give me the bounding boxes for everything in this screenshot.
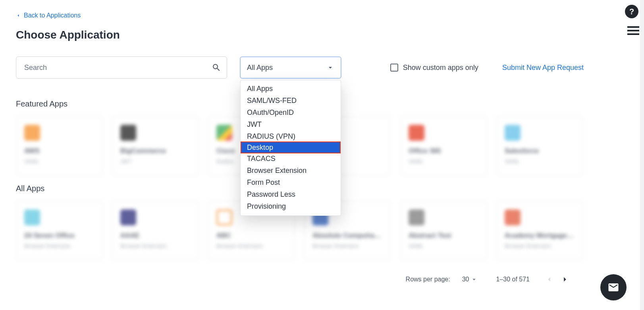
- question-icon: ?: [629, 7, 634, 16]
- page-scrollbar[interactable]: [640, 0, 644, 310]
- app-card-title: AAAE: [120, 232, 190, 240]
- app-icon: [216, 209, 232, 225]
- filter-option[interactable]: Password Less: [241, 188, 341, 200]
- pagination-bar: Rows per page: 30 1–30 of 571: [16, 275, 584, 284]
- filter-option[interactable]: TACACS: [241, 153, 341, 165]
- app-card-subtitle: Browser Extension: [24, 243, 94, 249]
- app-card-title: Salesforce: [505, 147, 575, 155]
- app-icon: [24, 209, 40, 225]
- app-icon: [120, 125, 136, 141]
- app-card-subtitle: JWT: [120, 158, 190, 165]
- filter-option[interactable]: All Apps: [241, 83, 341, 95]
- filter-option[interactable]: Form Post: [241, 176, 341, 188]
- app-card-title: Abstract Text: [409, 232, 478, 240]
- filter-option[interactable]: OAuth/OpenID: [241, 107, 341, 118]
- show-custom-apps-checkbox[interactable]: Show custom apps only: [390, 64, 478, 72]
- mail-icon: [607, 281, 619, 293]
- chevron-right-icon: [561, 275, 569, 284]
- chevron-down-icon: [326, 64, 334, 72]
- next-page-button[interactable]: [561, 275, 569, 284]
- app-card-subtitle: Browser Extension: [120, 243, 190, 249]
- app-card[interactable]: SalesforceSAML: [496, 116, 583, 175]
- app-icon: [505, 209, 521, 225]
- app-card[interactable]: Academy Mortgage C…Browser Extension: [496, 201, 583, 260]
- submit-new-app-request-link[interactable]: Submit New App Request: [502, 64, 584, 72]
- back-link-label: Back to Applications: [24, 12, 81, 19]
- app-card[interactable]: AWSSAML: [16, 116, 102, 175]
- app-card-subtitle: SAML: [24, 158, 94, 165]
- app-card-title: Office 365: [409, 147, 478, 155]
- app-icon: [409, 209, 424, 225]
- filter-option[interactable]: Provisioning: [241, 200, 341, 212]
- app-card-title: Absolute Compuhance: [312, 232, 382, 240]
- app-card-title: 24 Seven Office: [24, 232, 94, 240]
- app-type-filter-select[interactable]: All Apps All AppsSAML/WS-FEDOAuth/OpenID…: [240, 56, 341, 79]
- app-card-subtitle: Browser Extension: [216, 243, 286, 249]
- rows-per-page-label: Rows per page:: [406, 276, 450, 283]
- caret-down-icon: [470, 276, 478, 283]
- app-card[interactable]: 24 Seven OfficeBrowser Extension: [16, 201, 102, 260]
- prev-page-button[interactable]: [545, 275, 553, 284]
- filter-option[interactable]: Browser Extension: [241, 165, 341, 176]
- app-card[interactable]: Abstract TextSAML: [400, 201, 487, 260]
- app-card-title: Academy Mortgage C…: [505, 232, 575, 240]
- chevron-left-icon: [545, 275, 553, 284]
- filter-selected-label: All Apps: [247, 64, 273, 72]
- pagination-range-label: 1–30 of 571: [496, 276, 530, 283]
- filter-option[interactable]: RADIUS (VPN): [241, 130, 341, 142]
- app-icon: [409, 125, 424, 141]
- rows-per-page-select[interactable]: 30: [462, 276, 478, 283]
- app-card-title: ABC: [216, 232, 286, 240]
- search-input-wrapper[interactable]: [16, 56, 227, 79]
- app-card-subtitle: SAML: [409, 158, 478, 165]
- search-input[interactable]: [24, 64, 212, 72]
- app-card-title: BigCommerce: [120, 147, 190, 155]
- help-button[interactable]: ?: [625, 5, 638, 18]
- app-card-subtitle: SAML: [409, 243, 478, 249]
- app-icon: [120, 209, 136, 225]
- app-card-subtitle: Browser Extension: [505, 243, 575, 249]
- app-card-subtitle: Browser Extension: [312, 243, 382, 249]
- app-icon: [505, 125, 521, 141]
- back-to-applications-link[interactable]: Back to Applications: [16, 12, 81, 19]
- checkbox-box-icon: [390, 64, 398, 72]
- app-card[interactable]: BigCommerceJWT: [112, 116, 199, 175]
- search-icon: [212, 63, 221, 72]
- app-card[interactable]: AAAEBrowser Extension: [112, 201, 199, 260]
- custom-apps-label: Show custom apps only: [403, 64, 478, 72]
- chevron-left-icon: [16, 13, 21, 18]
- app-card[interactable]: Office 365SAML: [400, 116, 487, 175]
- rows-per-page-value: 30: [462, 276, 469, 283]
- filter-option[interactable]: Desktop: [241, 141, 341, 153]
- app-icon: [216, 125, 232, 141]
- page-title: Choose Application: [16, 29, 584, 41]
- hamburger-menu-button[interactable]: [627, 26, 639, 35]
- app-card-title: AWS: [24, 147, 94, 155]
- chat-button[interactable]: [600, 274, 627, 300]
- app-card-subtitle: SAML: [505, 158, 575, 165]
- filter-option[interactable]: JWT: [241, 118, 341, 130]
- filter-dropdown-panel: All AppsSAML/WS-FEDOAuth/OpenIDJWTRADIUS…: [240, 80, 341, 216]
- filter-option[interactable]: SAML/WS-FED: [241, 95, 341, 107]
- app-icon: [24, 125, 40, 141]
